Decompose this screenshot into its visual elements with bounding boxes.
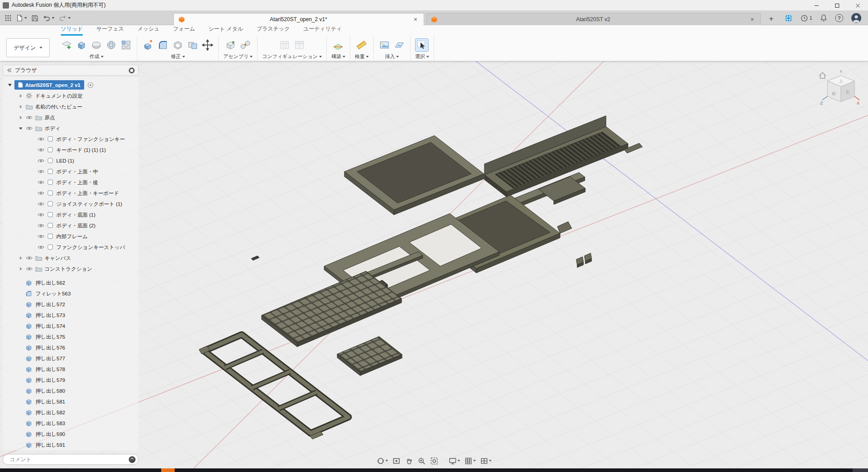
- zoom-icon[interactable]: [416, 455, 427, 466]
- expand-arrow-icon[interactable]: [30, 212, 36, 218]
- revolve-tool-icon[interactable]: [90, 39, 103, 51]
- activate-component-radio[interactable]: [87, 82, 94, 88]
- feature-row[interactable]: 押し出し574: [3, 321, 139, 331]
- feature-row[interactable]: 押し出し581: [3, 396, 139, 407]
- tool-group-label-configure[interactable]: コンフィギュレーション: [262, 53, 322, 60]
- look-at-icon[interactable]: [391, 455, 402, 466]
- visibility-eye-icon[interactable]: [37, 233, 45, 240]
- grid-and-snaps-icon[interactable]: [463, 455, 477, 466]
- visibility-eye-icon[interactable]: [37, 200, 45, 208]
- feature-row[interactable]: 押し出し591: [3, 440, 139, 450]
- browser-tree-row[interactable]: ボディ・底面 (1): [3, 209, 139, 220]
- browser-tree-row[interactable]: ボディ・ファンクションキー: [3, 134, 139, 145]
- joint-tool-icon[interactable]: [239, 39, 252, 51]
- browser-tree-row[interactable]: キャンバス: [3, 253, 139, 263]
- visibility-eye-icon[interactable]: [37, 168, 45, 175]
- browser-tree-row[interactable]: 内部フレーム: [3, 231, 139, 242]
- minimize-button[interactable]: [806, 0, 827, 11]
- insert-canvas-icon[interactable]: [393, 39, 406, 51]
- construction-plane-icon[interactable]: [332, 39, 344, 51]
- sphere-tool-icon[interactable]: [105, 39, 118, 51]
- move-tool-icon[interactable]: [201, 39, 214, 51]
- combine-tool-icon[interactable]: [186, 39, 199, 51]
- feature-row[interactable]: 押し出し575: [3, 331, 139, 342]
- avatar[interactable]: [849, 12, 863, 24]
- expand-arrow-icon[interactable]: [30, 201, 36, 207]
- feature-row[interactable]: 押し出し582: [3, 407, 139, 418]
- browser-tree-row[interactable]: ボディ・上面・後: [3, 177, 139, 188]
- expand-arrow-icon[interactable]: [30, 169, 36, 175]
- visibility-eye-icon[interactable]: [37, 190, 45, 197]
- feature-row[interactable]: 押し出し572: [3, 299, 139, 310]
- expand-arrow-icon[interactable]: [30, 136, 36, 142]
- part-keyboard[interactable]: [262, 271, 402, 347]
- feature-row[interactable]: 押し出し578: [3, 364, 139, 375]
- expand-arrow-icon[interactable]: [30, 245, 36, 250]
- expand-arrow-icon[interactable]: [30, 158, 36, 164]
- expand-arrow-icon[interactable]: [18, 93, 24, 99]
- expand-arrow-icon[interactable]: [8, 84, 12, 86]
- browser-tree-row[interactable]: コンストラクション: [3, 263, 139, 274]
- ribbon-tab[interactable]: メッシュ: [137, 25, 159, 36]
- part-led[interactable]: [251, 256, 259, 260]
- visibility-eye-icon[interactable]: [26, 254, 33, 262]
- ribbon-tab[interactable]: サーフェス: [96, 25, 124, 36]
- part-inner-frame[interactable]: [199, 335, 348, 439]
- collapse-panel-icon[interactable]: [7, 68, 12, 73]
- tab-close-icon[interactable]: ×: [749, 16, 756, 23]
- expand-arrow-icon[interactable]: [30, 191, 36, 196]
- pattern-tool-icon[interactable]: [120, 39, 132, 51]
- expand-arrow-icon[interactable]: [18, 115, 24, 121]
- browser-tree-row[interactable]: LED (1): [3, 155, 139, 166]
- panel-options-icon[interactable]: [129, 68, 135, 73]
- browser-tree-row[interactable]: ファンクションキーストッパ: [3, 242, 139, 253]
- visibility-eye-icon[interactable]: [37, 179, 45, 186]
- browser-tree-row[interactable]: 名前の付いたビュー: [3, 101, 139, 112]
- browser-tree-row[interactable]: 原点: [3, 112, 139, 123]
- comment-input[interactable]: [9, 456, 129, 463]
- shell-tool-icon[interactable]: [172, 39, 184, 51]
- help-icon[interactable]: ?: [835, 14, 843, 22]
- feature-row[interactable]: 押し出し579: [3, 375, 139, 386]
- expand-arrow-icon[interactable]: [18, 104, 24, 110]
- undo-icon[interactable]: [41, 12, 56, 24]
- configuration-icon[interactable]: [278, 39, 291, 51]
- ribbon-tab[interactable]: ソリッド: [61, 25, 83, 36]
- notifications-bell-icon[interactable]: [818, 12, 829, 24]
- viewcube[interactable]: 上 前 右 Z X Y: [817, 68, 862, 113]
- maximize-button[interactable]: [827, 0, 847, 11]
- browser-tree-row[interactable]: ボディ・上面・中: [3, 166, 139, 177]
- browser-tree-row[interactable]: ドキュメントの設定: [3, 91, 139, 101]
- browser-root-row[interactable]: Atari520ST_open_2 v1: [3, 79, 139, 91]
- visibility-eye-icon[interactable]: [37, 136, 45, 143]
- fit-icon[interactable]: [429, 455, 440, 466]
- ribbon-tab[interactable]: シート メタル: [208, 25, 243, 36]
- tool-group-label-select[interactable]: 選択: [415, 53, 429, 60]
- visibility-eye-icon[interactable]: [26, 114, 33, 121]
- job-status[interactable]: 1: [800, 14, 812, 22]
- tool-group-label-create[interactable]: 作成: [90, 53, 104, 60]
- close-button[interactable]: [847, 0, 868, 11]
- save-icon[interactable]: [30, 12, 40, 24]
- tool-group-label-insert[interactable]: 挿入: [385, 53, 399, 60]
- comment-submit-icon[interactable]: [129, 456, 136, 463]
- viewports-icon[interactable]: [479, 455, 493, 466]
- part-joystick-port[interactable]: [576, 253, 592, 268]
- tool-group-label-assemble[interactable]: アセンブリ: [223, 53, 253, 60]
- feature-row[interactable]: 押し出し573: [3, 310, 139, 321]
- extrude-tool-icon[interactable]: [75, 39, 88, 51]
- tool-group-label-modify[interactable]: 修正: [171, 53, 185, 60]
- browser-tree-row[interactable]: ボディ・上面・キーボード: [3, 188, 139, 199]
- browser-tree-row[interactable]: ボディ・底面 (2): [3, 220, 139, 231]
- visibility-eye-icon[interactable]: [37, 157, 45, 164]
- expand-arrow-icon[interactable]: [30, 223, 36, 229]
- ribbon-tab[interactable]: プラスチック: [257, 25, 290, 36]
- expand-arrow-icon[interactable]: [30, 147, 36, 153]
- configuration-table-icon[interactable]: [293, 39, 306, 51]
- feature-row[interactable]: 押し出し577: [3, 353, 139, 364]
- press-pull-icon[interactable]: [142, 39, 154, 51]
- insert-image-icon[interactable]: [378, 39, 391, 51]
- expand-arrow-icon[interactable]: [18, 266, 24, 272]
- create-sketch-icon[interactable]: [60, 39, 73, 51]
- os-taskbar[interactable]: [0, 468, 868, 472]
